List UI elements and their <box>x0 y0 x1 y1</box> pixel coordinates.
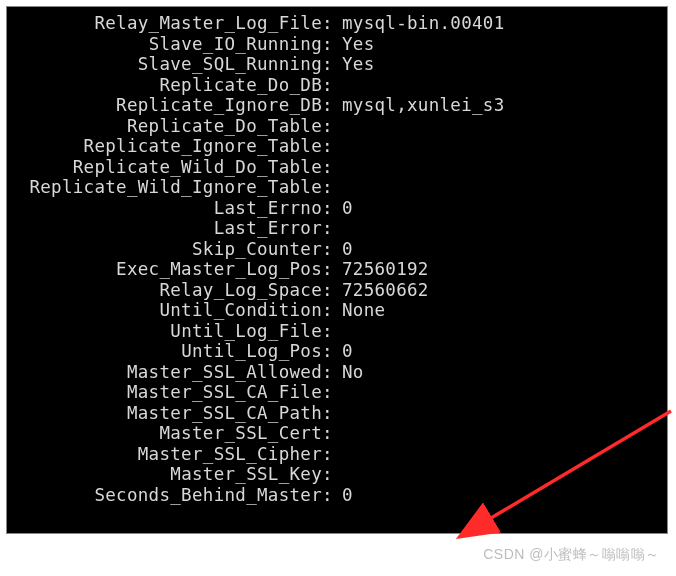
colon-separator: : <box>322 239 342 260</box>
colon-separator: : <box>322 34 342 55</box>
colon-separator: : <box>322 423 342 444</box>
status-row: Master_SSL_CA_File: <box>7 382 667 403</box>
colon-separator: : <box>322 280 342 301</box>
terminal-output: Relay_Master_Log_File: mysql-bin.00401Sl… <box>6 6 668 534</box>
colon-separator: : <box>322 341 342 362</box>
status-value: 0 <box>342 485 353 506</box>
status-value: 0 <box>342 198 353 219</box>
status-value: 72560662 <box>342 280 429 301</box>
status-value: mysql-bin.00401 <box>342 13 505 34</box>
status-label: Until_Condition <box>7 300 322 321</box>
status-row: Relay_Log_Space: 72560662 <box>7 280 667 301</box>
status-label: Exec_Master_Log_Pos <box>7 259 322 280</box>
status-label: Slave_IO_Running <box>7 34 322 55</box>
status-row: Replicate_Do_DB: <box>7 75 667 96</box>
colon-separator: : <box>322 403 342 424</box>
status-row: Until_Log_File: <box>7 321 667 342</box>
status-row: Last_Error: <box>7 218 667 239</box>
colon-separator: : <box>322 362 342 383</box>
colon-separator: : <box>322 382 342 403</box>
colon-separator: : <box>322 95 342 116</box>
status-value: None <box>342 300 385 321</box>
status-label: Replicate_Do_Table <box>7 116 322 137</box>
colon-separator: : <box>322 259 342 280</box>
status-row: Replicate_Wild_Do_Table: <box>7 157 667 178</box>
status-row: Replicate_Wild_Ignore_Table: <box>7 177 667 198</box>
status-label: Replicate_Ignore_DB <box>7 95 322 116</box>
colon-separator: : <box>322 75 342 96</box>
status-row: Until_Log_Pos: 0 <box>7 341 667 362</box>
status-label: Master_SSL_CA_Path <box>7 403 322 424</box>
status-row: Master_SSL_Key: <box>7 464 667 485</box>
status-row: Master_SSL_CA_Path: <box>7 403 667 424</box>
status-value: 0 <box>342 341 353 362</box>
status-rows: Relay_Master_Log_File: mysql-bin.00401Sl… <box>7 13 667 505</box>
status-row: Master_SSL_Cert: <box>7 423 667 444</box>
status-row: Exec_Master_Log_Pos: 72560192 <box>7 259 667 280</box>
status-label: Last_Errno <box>7 198 322 219</box>
status-label: Until_Log_File <box>7 321 322 342</box>
colon-separator: : <box>322 444 342 465</box>
status-label: Master_SSL_Cert <box>7 423 322 444</box>
status-label: Replicate_Do_DB <box>7 75 322 96</box>
status-label: Master_SSL_Cipher <box>7 444 322 465</box>
status-row: Master_SSL_Cipher: <box>7 444 667 465</box>
colon-separator: : <box>322 321 342 342</box>
colon-separator: : <box>322 198 342 219</box>
watermark-text: CSDN @小蜜蜂～嗡嗡嗡～ <box>483 546 660 564</box>
status-row: Replicate_Ignore_Table: <box>7 136 667 157</box>
status-row: Replicate_Ignore_DB: mysql,xunlei_s3 <box>7 95 667 116</box>
colon-separator: : <box>322 177 342 198</box>
status-label: Replicate_Wild_Do_Table <box>7 157 322 178</box>
colon-separator: : <box>322 300 342 321</box>
status-label: Last_Error <box>7 218 322 239</box>
status-value: Yes <box>342 34 375 55</box>
status-label: Replicate_Wild_Ignore_Table <box>7 177 322 198</box>
status-label: Master_SSL_Allowed <box>7 362 322 383</box>
status-label: Until_Log_Pos <box>7 341 322 362</box>
colon-separator: : <box>322 464 342 485</box>
status-value: Yes <box>342 54 375 75</box>
colon-separator: : <box>322 116 342 137</box>
status-label: Relay_Master_Log_File <box>7 13 322 34</box>
status-label: Slave_SQL_Running <box>7 54 322 75</box>
colon-separator: : <box>322 485 342 506</box>
status-row: Seconds_Behind_Master: 0 <box>7 485 667 506</box>
status-label: Relay_Log_Space <box>7 280 322 301</box>
status-row: Slave_SQL_Running: Yes <box>7 54 667 75</box>
colon-separator: : <box>322 13 342 34</box>
status-label: Seconds_Behind_Master <box>7 485 322 506</box>
status-value: 0 <box>342 239 353 260</box>
colon-separator: : <box>322 218 342 239</box>
status-row: Replicate_Do_Table: <box>7 116 667 137</box>
status-label: Replicate_Ignore_Table <box>7 136 322 157</box>
status-label: Master_SSL_Key <box>7 464 322 485</box>
status-row: Skip_Counter: 0 <box>7 239 667 260</box>
colon-separator: : <box>322 54 342 75</box>
colon-separator: : <box>322 157 342 178</box>
status-row: Last_Errno: 0 <box>7 198 667 219</box>
colon-separator: : <box>322 136 342 157</box>
status-value: No <box>342 362 364 383</box>
status-row: Relay_Master_Log_File: mysql-bin.00401 <box>7 13 667 34</box>
status-row: Until_Condition: None <box>7 300 667 321</box>
status-label: Skip_Counter <box>7 239 322 260</box>
status-row: Master_SSL_Allowed: No <box>7 362 667 383</box>
status-value: 72560192 <box>342 259 429 280</box>
status-label: Master_SSL_CA_File <box>7 382 322 403</box>
status-row: Slave_IO_Running: Yes <box>7 34 667 55</box>
status-value: mysql,xunlei_s3 <box>342 95 505 116</box>
